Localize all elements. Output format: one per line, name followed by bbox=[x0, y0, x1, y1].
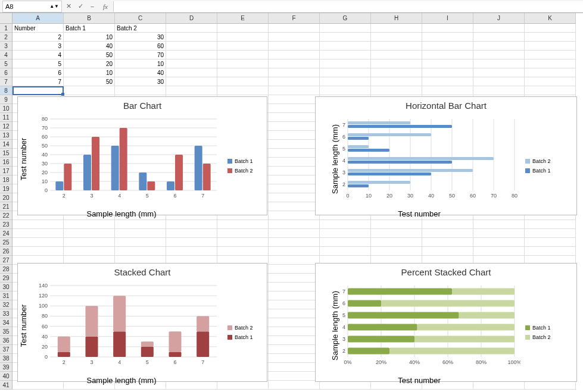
cell-E7[interactable] bbox=[217, 77, 269, 86]
cell-G24[interactable] bbox=[320, 229, 371, 238]
cell-K3[interactable] bbox=[525, 42, 576, 51]
cell-H8[interactable] bbox=[371, 86, 422, 95]
cell-F30[interactable] bbox=[269, 283, 320, 291]
cell-G26[interactable] bbox=[320, 247, 371, 256]
cell-B5[interactable]: 20 bbox=[64, 59, 115, 68]
cell-F33[interactable] bbox=[269, 309, 320, 318]
cancel-icon[interactable]: ✕ bbox=[63, 1, 74, 12]
cell-I7[interactable] bbox=[422, 77, 473, 86]
cell-A6[interactable]: 6 bbox=[13, 68, 64, 77]
cell-G5[interactable] bbox=[320, 59, 371, 68]
cell-C6[interactable]: 40 bbox=[115, 68, 166, 77]
cell-B4[interactable]: 50 bbox=[64, 51, 115, 59]
cell-I24[interactable] bbox=[422, 229, 473, 238]
cell-E26[interactable] bbox=[217, 247, 269, 256]
cell-D23[interactable] bbox=[166, 220, 217, 229]
cell-K7[interactable] bbox=[525, 77, 576, 86]
cell-E23[interactable] bbox=[217, 220, 269, 229]
row-header-16[interactable]: 16 bbox=[0, 158, 12, 167]
cell-F7[interactable] bbox=[269, 77, 320, 86]
cell-G1[interactable] bbox=[320, 24, 371, 33]
cell-I5[interactable] bbox=[422, 59, 473, 68]
cell-C7[interactable]: 30 bbox=[115, 77, 166, 86]
cell-B23[interactable] bbox=[64, 220, 115, 229]
minus-icon[interactable]: − bbox=[87, 1, 98, 12]
cell-H6[interactable] bbox=[371, 68, 422, 77]
cell-A7[interactable]: 7 bbox=[13, 77, 64, 86]
row-header-11[interactable]: 11 bbox=[0, 113, 12, 122]
cell-F27[interactable] bbox=[269, 256, 320, 265]
row-header-29[interactable]: 29 bbox=[0, 274, 12, 283]
cell-J2[interactable] bbox=[473, 33, 525, 42]
row-header-2[interactable]: 2 bbox=[0, 33, 12, 42]
cell-F19[interactable] bbox=[269, 184, 320, 193]
cell-I2[interactable] bbox=[422, 33, 473, 42]
fx-icon[interactable]: fx bbox=[100, 1, 111, 12]
cell-E25[interactable] bbox=[217, 238, 269, 247]
cell-G2[interactable] bbox=[320, 33, 371, 42]
cell-C26[interactable] bbox=[115, 247, 166, 256]
cell-H1[interactable] bbox=[371, 24, 422, 33]
cell-I1[interactable] bbox=[422, 24, 473, 33]
cell-K2[interactable] bbox=[525, 33, 576, 42]
cell-F3[interactable] bbox=[269, 42, 320, 51]
cell-A2[interactable]: 2 bbox=[13, 33, 64, 42]
row-header-34[interactable]: 34 bbox=[0, 318, 12, 327]
cell-F14[interactable] bbox=[269, 140, 320, 149]
row-header-6[interactable]: 6 bbox=[0, 68, 12, 77]
cell-K4[interactable] bbox=[525, 51, 576, 59]
cell-F28[interactable] bbox=[269, 265, 320, 274]
cell-I23[interactable] bbox=[422, 220, 473, 229]
row-header-40[interactable]: 40 bbox=[0, 372, 12, 381]
cell-J8[interactable] bbox=[473, 86, 525, 95]
cell-F37[interactable] bbox=[269, 345, 320, 354]
cell-C3[interactable]: 60 bbox=[115, 42, 166, 51]
row-header-15[interactable]: 15 bbox=[0, 149, 12, 158]
cell-B6[interactable]: 10 bbox=[64, 68, 115, 77]
row-header-41[interactable]: 41 bbox=[0, 381, 12, 390]
cell-F38[interactable] bbox=[269, 354, 320, 363]
cell-F18[interactable] bbox=[269, 175, 320, 184]
cell-H4[interactable] bbox=[371, 51, 422, 59]
cell-J6[interactable] bbox=[473, 68, 525, 77]
cell-D5[interactable] bbox=[166, 59, 217, 68]
cell-B26[interactable] bbox=[64, 247, 115, 256]
cell-J7[interactable] bbox=[473, 77, 525, 86]
cell-I25[interactable] bbox=[422, 238, 473, 247]
cell-G3[interactable] bbox=[320, 42, 371, 51]
row-header-33[interactable]: 33 bbox=[0, 309, 12, 318]
cell-K1[interactable] bbox=[525, 24, 576, 33]
row-header-19[interactable]: 19 bbox=[0, 184, 12, 193]
cell-F32[interactable] bbox=[269, 300, 320, 309]
cell-H2[interactable] bbox=[371, 33, 422, 42]
cell-F16[interactable] bbox=[269, 158, 320, 167]
cell-J25[interactable] bbox=[473, 238, 525, 247]
cell-F4[interactable] bbox=[269, 51, 320, 59]
col-header-I[interactable]: I bbox=[422, 13, 473, 24]
cell-H24[interactable] bbox=[371, 229, 422, 238]
row-header-10[interactable]: 10 bbox=[0, 104, 12, 113]
row-header-39[interactable]: 39 bbox=[0, 363, 12, 372]
row-header-27[interactable]: 27 bbox=[0, 256, 12, 265]
row-header-9[interactable]: 9 bbox=[0, 95, 12, 104]
row-header-23[interactable]: 23 bbox=[0, 220, 12, 229]
cell-K8[interactable] bbox=[525, 86, 576, 95]
cell-I3[interactable] bbox=[422, 42, 473, 51]
row-header-25[interactable]: 25 bbox=[0, 238, 12, 247]
cell-A1[interactable]: Number bbox=[13, 24, 64, 33]
cell-G8[interactable] bbox=[320, 86, 371, 95]
cell-J24[interactable] bbox=[473, 229, 525, 238]
cell-F5[interactable] bbox=[269, 59, 320, 68]
cell-F6[interactable] bbox=[269, 68, 320, 77]
col-header-A[interactable]: A bbox=[13, 13, 64, 24]
cell-A26[interactable] bbox=[13, 247, 64, 256]
cell-C23[interactable] bbox=[115, 220, 166, 229]
cell-K5[interactable] bbox=[525, 59, 576, 68]
select-all-corner[interactable] bbox=[0, 13, 12, 24]
row-header-31[interactable]: 31 bbox=[0, 291, 12, 300]
col-header-B[interactable]: B bbox=[64, 13, 115, 24]
cell-E3[interactable] bbox=[217, 42, 269, 51]
cell-D1[interactable] bbox=[166, 24, 217, 33]
cell-C2[interactable]: 30 bbox=[115, 33, 166, 42]
cell-G6[interactable] bbox=[320, 68, 371, 77]
